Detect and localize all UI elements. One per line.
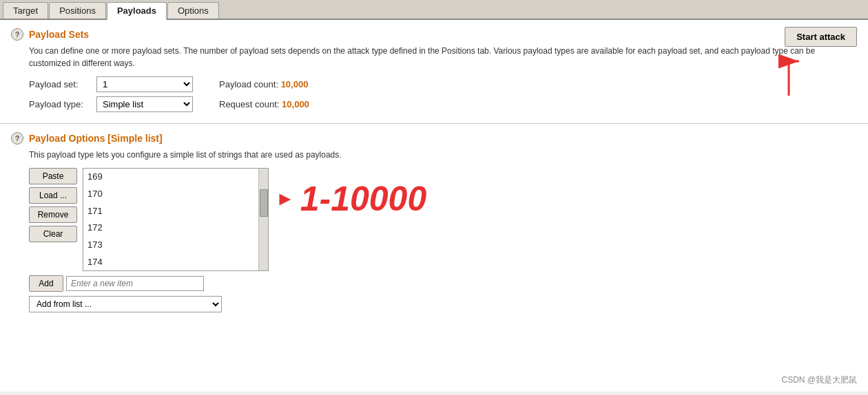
list-item[interactable]: 169 bbox=[83, 169, 258, 186]
scrollbar-thumb[interactable] bbox=[260, 189, 268, 217]
payload-set-select[interactable]: 1 2 bbox=[96, 76, 193, 92]
payload-options-title: Payload Options [Simple list] bbox=[29, 133, 163, 144]
list-item[interactable]: 172 bbox=[83, 220, 258, 237]
add-button[interactable]: Add bbox=[29, 275, 63, 292]
payload-sets-help-icon[interactable]: ? bbox=[11, 28, 23, 41]
tab-positions[interactable]: Positions bbox=[49, 2, 106, 19]
arrow-right-icon: ► bbox=[276, 188, 295, 210]
list-item[interactable]: 174 bbox=[83, 254, 258, 270]
watermark: CSDN @我是大肥鼠 bbox=[781, 374, 857, 386]
add-item-row: Add bbox=[29, 275, 857, 292]
add-from-list-select[interactable]: Add from list ... bbox=[29, 296, 222, 312]
payload-sets-header: ? Payload Sets bbox=[11, 28, 857, 41]
load-button[interactable]: Load ... bbox=[29, 187, 77, 204]
remove-button[interactable]: Remove bbox=[29, 206, 77, 223]
payload-set-label: Payload set: bbox=[29, 79, 91, 89]
arrow-annotation bbox=[761, 47, 803, 105]
list-item[interactable]: 173 bbox=[83, 237, 258, 254]
payload-list-items: 169 170 171 172 173 174 175 bbox=[83, 169, 258, 270]
scrollbar-track[interactable] bbox=[258, 169, 268, 270]
payload-options-help-icon[interactable]: ? bbox=[11, 132, 23, 145]
add-item-input[interactable] bbox=[66, 276, 204, 291]
start-attack-button[interactable]: Start attack bbox=[785, 27, 857, 47]
payload-sets-section: ? Payload Sets You can define one or mor… bbox=[0, 20, 868, 124]
payload-list-container[interactable]: 169 170 171 172 173 174 175 bbox=[83, 168, 269, 271]
add-from-list-row: Add from list ... bbox=[29, 296, 857, 312]
paste-button[interactable]: Paste bbox=[29, 168, 77, 184]
payload-options-section: ? Payload Options [Simple list] This pay… bbox=[0, 124, 868, 319]
list-item[interactable]: 171 bbox=[83, 203, 258, 220]
annotation-area: ► 1-10000 bbox=[276, 179, 426, 219]
request-count-info: Request count: 10,000 bbox=[219, 99, 309, 109]
payload-options-header: ? Payload Options [Simple list] bbox=[11, 132, 857, 145]
payload-type-select[interactable]: Simple list Runtime file Numbers bbox=[96, 96, 193, 112]
main-content: Start attack ? Payload Sets You can defi… bbox=[0, 20, 868, 392]
payload-options-description: This payload type lets you configure a s… bbox=[29, 149, 857, 161]
tab-bar: Target Positions Payloads Options bbox=[0, 0, 868, 20]
tab-payloads[interactable]: Payloads bbox=[107, 2, 167, 20]
payload-type-label: Payload type: bbox=[29, 99, 91, 109]
annotation-text: 1-10000 bbox=[300, 179, 427, 219]
payload-type-row: Payload type: Simple list Runtime file N… bbox=[29, 96, 857, 112]
payload-set-row: Payload set: 1 2 Payload count: 10,000 bbox=[29, 76, 857, 92]
tab-target[interactable]: Target bbox=[3, 2, 48, 19]
tab-options[interactable]: Options bbox=[167, 2, 219, 19]
list-area: Paste Load ... Remove Clear 169 170 171 … bbox=[29, 168, 857, 271]
payload-count-info: Payload count: 10,000 bbox=[219, 79, 308, 89]
list-item[interactable]: 170 bbox=[83, 186, 258, 203]
payload-sets-description: You can define one or more payload sets.… bbox=[29, 45, 857, 70]
clear-button[interactable]: Clear bbox=[29, 226, 77, 242]
payload-sets-title: Payload Sets bbox=[29, 29, 89, 40]
list-button-group: Paste Load ... Remove Clear bbox=[29, 168, 77, 271]
